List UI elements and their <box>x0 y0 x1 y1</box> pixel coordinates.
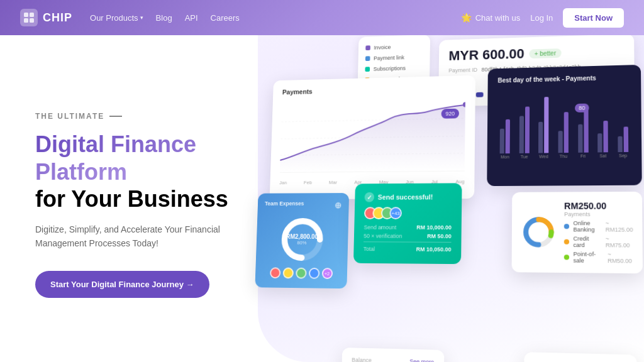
donut-info: RM250.00 Payments Online Banking ~ RM125… <box>564 200 633 264</box>
legend-dot-credit <box>564 239 569 244</box>
chart-badge: 920 <box>441 109 459 119</box>
chart-area: 920 <box>280 96 466 178</box>
legend-online-banking: Online Banking ~ RM125.00 <box>564 220 633 233</box>
bar-chart-title: Best day of the week - Payments <box>497 74 630 84</box>
subscriptions-icon <box>365 67 370 72</box>
legend-dot-online <box>564 224 569 229</box>
avatar-3 <box>296 268 306 279</box>
svg-rect-0 <box>24 13 28 17</box>
svg-rect-1 <box>30 13 34 17</box>
cta-button[interactable]: Start Your Digital Finance Journey → <box>35 271 209 298</box>
chat-button[interactable]: 🌟 Chat with us <box>461 13 521 23</box>
bar-group-sep: Sep <box>615 126 631 158</box>
avatar-4 <box>308 268 319 279</box>
bar-item <box>604 121 609 152</box>
bar-chart-card: Best day of the week - Payments Mon <box>487 65 641 186</box>
payment-status: + better <box>530 48 561 58</box>
balance-see-more[interactable]: See more <box>409 358 434 362</box>
bar-item <box>564 112 569 153</box>
send-successful-card: ✓ Send successful! +43 Send amount RM 10… <box>353 183 462 264</box>
bar-group-sat: Sat <box>595 121 611 158</box>
bar-group-thu: Thu <box>555 112 571 158</box>
legend-credit-card: Credit card ~ RM75.00 <box>564 236 633 249</box>
hero-left: THE ULTIMATE Digital Finance Platform fo… <box>0 35 264 362</box>
bar-item <box>525 107 530 153</box>
nav-right: 🌟 Chat with us Log In Start Now <box>461 8 624 28</box>
hero-title-line1: Digital Finance Platform <box>35 131 196 184</box>
legend-dot-pos <box>564 255 569 260</box>
legend-point-of-sale: Point-of-sale ~ RM50.00 <box>564 251 633 264</box>
donut-svg <box>521 210 557 255</box>
hero-title-line2: for Your Business <box>35 186 228 212</box>
chart-title: Payments <box>282 84 465 96</box>
bars-area: Mon Tue Wed <box>497 88 631 159</box>
bar-item <box>538 122 543 153</box>
nav-links: Our Products ▾ Blog API Careers <box>90 13 461 23</box>
team-expenses-card: Team Expenses ⊕ RM2,800.00 80% <box>255 193 349 288</box>
bar-group-wed: Wed <box>536 97 552 159</box>
chevron-down-icon: ▾ <box>140 14 143 21</box>
bar-group-fri: Fri <box>575 109 591 158</box>
logo-text: CHIP <box>43 11 72 25</box>
hero-description: Digitize, Simplify, and Accelerate Your … <box>35 222 224 251</box>
dot-4 <box>476 92 484 97</box>
send-amount-row: Send amount RM 10,000.00 <box>364 224 451 231</box>
bar-group-tue: Tue <box>516 106 532 158</box>
expense-avatars: +2 <box>262 267 340 279</box>
chat-icon: 🌟 <box>461 13 472 23</box>
bar-item <box>584 109 588 153</box>
bar-item <box>506 119 510 153</box>
payouts-card: Payouts See more MYR 200.00 Deposited on… <box>524 352 637 362</box>
bar-item <box>558 131 563 153</box>
login-button[interactable]: Log In <box>530 13 553 23</box>
payment-link-icon <box>365 56 370 61</box>
navbar: CHIP Our Products ▾ Blog API Careers 🌟 C… <box>0 0 644 35</box>
check-icon: ✓ <box>365 192 375 202</box>
dashboard-mockup: Invoice Payment link Subscriptions CHIP … <box>245 35 644 362</box>
bar-badge: 80 <box>575 104 589 112</box>
logo-icon <box>20 9 38 26</box>
donut-type: Payments <box>564 211 633 217</box>
hero-right: Invoice Payment link Subscriptions CHIP … <box>264 35 644 362</box>
bar-item <box>597 133 602 152</box>
bar-item <box>578 124 582 153</box>
bar-item <box>545 97 549 153</box>
payment-amount: MYR 600.00 <box>448 46 524 64</box>
expenses-title: Team Expenses ⊕ <box>265 200 342 211</box>
send-avatars: +43 <box>364 207 452 219</box>
hero-title: Digital Finance Platform for Your Busine… <box>35 131 244 212</box>
nav-api[interactable]: API <box>185 13 198 23</box>
svg-rect-2 <box>24 18 28 23</box>
nav-products[interactable]: Our Products ▾ <box>90 13 143 23</box>
donut-chart: RM2,800.00 80% <box>263 215 341 264</box>
bar-item <box>618 136 622 152</box>
nav-blog[interactable]: Blog <box>156 13 172 23</box>
send-verification-row: 50 × verification RM 50.00 <box>364 233 452 239</box>
logo[interactable]: CHIP <box>20 9 72 26</box>
avatar-2 <box>282 268 293 279</box>
expenses-icon: ⊕ <box>335 200 342 211</box>
svg-rect-3 <box>30 18 34 23</box>
balance-card: Balance See more MYR 10,000.00 Future pa… <box>341 348 444 362</box>
donut-breakdown-card: RM250.00 Payments Online Banking ~ RM125… <box>512 192 643 273</box>
avatar-more: +2 <box>321 268 333 279</box>
hero-subtitle: THE ULTIMATE <box>35 112 244 121</box>
send-total: Total RM 10,050.00 <box>364 241 452 253</box>
send-title: ✓ Send successful! <box>365 192 452 202</box>
send-avatar-more: +43 <box>389 207 402 219</box>
bar-item <box>500 129 504 154</box>
bar-group-mon: Mon <box>497 119 513 160</box>
donut-label: RM2,800.00 80% <box>286 233 318 246</box>
start-now-button[interactable]: Start Now <box>563 8 624 28</box>
donut-amount: RM250.00 <box>564 200 633 211</box>
balance-title: Balance <box>352 356 372 362</box>
invoice-icon <box>365 45 370 50</box>
bar-item <box>623 126 628 151</box>
avatar-1 <box>270 267 280 278</box>
bar-item <box>519 116 524 153</box>
hero-section: THE ULTIMATE Digital Finance Platform fo… <box>0 35 644 362</box>
payments-chart-card: Payments <box>270 75 475 199</box>
nav-careers[interactable]: Careers <box>211 13 240 23</box>
